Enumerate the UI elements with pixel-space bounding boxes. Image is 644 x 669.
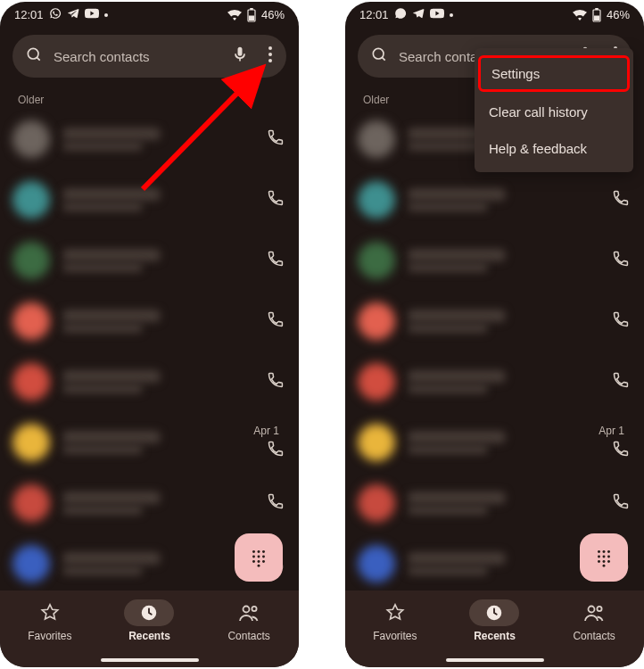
youtube-icon [430,8,444,21]
call-meta [408,552,594,575]
svg-point-15 [258,560,260,563]
call-row[interactable] [352,170,637,229]
overflow-menu: Settings Clear call history Help & feedb… [475,48,633,172]
svg-rect-22 [595,8,599,10]
svg-point-11 [252,556,255,558]
more-icon[interactable] [260,37,281,75]
svg-point-12 [258,556,260,558]
svg-point-17 [258,565,260,567]
menu-help-feedback[interactable]: Help & feedback [475,130,633,167]
phone-icon[interactable] [267,440,285,461]
contact-avatar [358,120,395,158]
status-time: 12:01 [14,8,44,21]
svg-point-8 [252,550,255,553]
youtube-icon [85,8,99,21]
svg-rect-2 [249,15,254,21]
call-list[interactable]: Apr 1 [345,110,644,593]
nav-recents[interactable]: Recents [109,599,189,642]
call-date: Apr 1 [599,425,624,437]
call-row[interactable] [7,292,292,351]
whatsapp-icon [394,7,407,22]
dot-icon [104,13,108,17]
call-meta [62,431,249,454]
call-row[interactable] [7,110,292,169]
call-row[interactable] [7,170,292,229]
contact-avatar [12,545,50,582]
contact-avatar [12,484,50,522]
home-indicator[interactable] [446,658,544,662]
contact-avatar [12,302,50,340]
phone-icon[interactable] [612,189,630,211]
call-meta [62,310,249,333]
svg-point-36 [607,560,610,563]
call-meta [408,431,594,454]
battery-percent: 46% [261,8,285,21]
phone-icon[interactable] [267,371,285,392]
battery-percent: 46% [607,8,630,21]
status-bar: 12:01 46% [0,2,299,24]
contact-avatar [358,242,395,279]
svg-point-24 [373,48,384,59]
svg-point-5 [268,53,272,56]
status-time: 12:01 [359,8,389,21]
home-indicator[interactable] [101,658,199,662]
call-row[interactable] [352,352,637,411]
phone-icon[interactable] [267,250,285,271]
menu-clear-history[interactable]: Clear call history [475,94,633,130]
svg-point-30 [607,550,610,553]
phone-icon[interactable] [612,250,630,271]
call-row[interactable] [7,352,292,411]
call-list[interactable]: Apr 1 [0,110,299,593]
call-row[interactable]: Apr 1 [7,413,292,472]
phone-icon[interactable] [612,492,630,514]
contact-avatar [12,242,50,279]
telegram-icon [412,7,425,22]
svg-point-14 [252,560,255,563]
svg-point-16 [262,560,265,563]
call-meta [62,370,249,393]
menu-settings[interactable]: Settings [478,55,630,92]
phone-icon[interactable] [267,189,285,211]
phone-icon[interactable] [612,371,630,392]
call-row[interactable] [352,292,637,351]
nav-contacts[interactable]: Contacts [554,599,634,642]
svg-point-39 [589,607,595,613]
svg-point-10 [262,550,265,553]
nav-favorites[interactable]: Favorites [355,599,435,642]
call-meta [62,188,249,211]
search-bar[interactable]: Search contacts [12,35,286,78]
section-older: Older [0,87,299,110]
svg-point-28 [598,550,600,553]
search-placeholder: Search contacts [54,49,220,64]
nav-contacts[interactable]: Contacts [209,599,289,642]
svg-point-6 [268,59,272,62]
contact-avatar [12,424,50,461]
phone-icon[interactable] [612,310,630,332]
bottom-nav: Favorites Recents Contacts [345,591,644,667]
svg-point-40 [598,607,602,611]
contact-avatar [358,424,395,461]
svg-point-37 [603,565,606,567]
phone-icon[interactable] [267,492,285,514]
call-row[interactable] [352,474,637,533]
dialpad-fab[interactable] [580,533,628,582]
phone-icon[interactable] [267,310,285,332]
call-meta [62,552,249,575]
status-bar: 12:01 46% [345,2,644,24]
svg-rect-1 [250,8,253,10]
phone-icon[interactable] [612,440,630,461]
call-row[interactable]: Apr 1 [352,413,637,472]
svg-point-31 [598,556,600,558]
dialpad-fab[interactable] [235,533,283,582]
svg-point-33 [607,556,610,558]
nav-recents[interactable]: Recents [454,599,534,642]
mic-icon[interactable] [231,45,249,67]
call-row[interactable] [7,231,292,290]
call-row[interactable] [7,474,292,533]
contact-avatar [12,363,50,401]
call-meta [62,128,249,151]
nav-favorites[interactable]: Favorites [10,599,90,642]
battery-icon [247,8,256,22]
phone-icon[interactable] [267,128,285,150]
call-row[interactable] [352,231,637,290]
